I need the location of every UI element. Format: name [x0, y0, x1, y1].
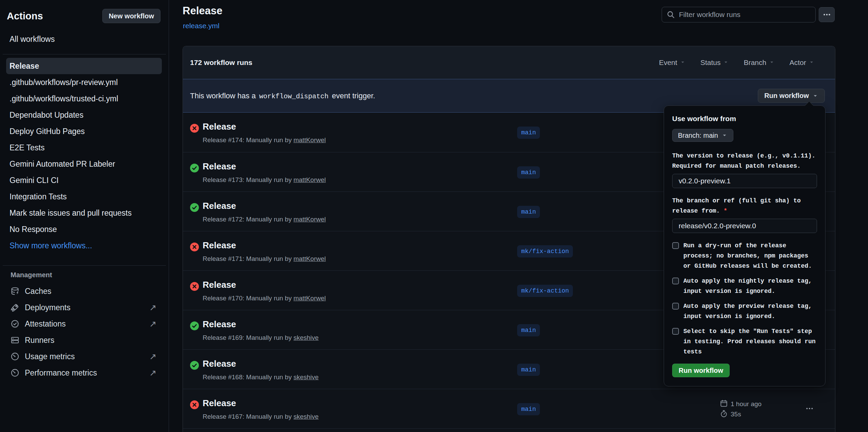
branch-badge[interactable]: main — [517, 166, 540, 179]
run-time: 1 hour ago — [731, 400, 762, 408]
actor-link[interactable]: skeshive — [293, 413, 319, 420]
management-item-label: Deployments — [25, 303, 70, 312]
actor-link[interactable]: mattKorwel — [293, 136, 326, 144]
external-link-icon: ↗ — [149, 352, 156, 362]
run-name-link[interactable]: Release — [203, 398, 236, 409]
meter-icon — [11, 352, 19, 361]
sidebar-item-usage-metrics[interactable]: Usage metrics↗ — [0, 348, 169, 365]
version-field-label: The version to release (e.g., v0.1.11). … — [672, 151, 817, 171]
branch-badge[interactable]: main — [517, 403, 540, 415]
checkbox-label: Run a dry-run of the release process; no… — [683, 240, 817, 271]
dialog-option-row: Select to skip the "Run Tests" step in t… — [672, 326, 817, 357]
checkbox[interactable] — [672, 278, 679, 284]
sidebar-item-runners[interactable]: Runners — [0, 332, 169, 348]
sidebar-item-github-workflows-pr-review-yml[interactable]: .github/workflows/pr-review.yml — [6, 74, 162, 90]
run-duration: 35s — [731, 411, 741, 418]
run-filters: EventStatusBranchActor — [659, 59, 814, 67]
actions-title: Actions — [7, 11, 43, 22]
checkbox-label: Auto apply the preview release tag, inpu… — [683, 301, 817, 321]
sidebar-item-mark-stale-issues-and-pull-requests[interactable]: Mark stale issues and pull requests — [6, 205, 162, 221]
workflow-file-link[interactable]: release.yml — [183, 22, 219, 30]
run-name-link[interactable]: Release — [203, 240, 236, 251]
filter-event-dropdown[interactable]: Event — [659, 59, 685, 67]
ref-input[interactable] — [672, 219, 817, 233]
sidebar-item-caches[interactable]: Caches — [0, 283, 169, 299]
sidebar-item-deployments[interactable]: Deployments↗ — [0, 299, 169, 316]
sidebar-item-github-workflows-trusted-ci-yml[interactable]: .github/workflows/trusted-ci.yml — [6, 90, 162, 107]
actor-link[interactable]: mattKorwel — [293, 255, 326, 262]
run-description: Release #170: Manually run by mattKorwel — [203, 295, 326, 302]
actor-link[interactable]: skeshive — [293, 334, 319, 341]
run-name-link[interactable]: Release — [203, 359, 236, 369]
run-options-button[interactable] — [804, 403, 815, 414]
workflow-run-row[interactable] — [183, 428, 835, 432]
branch-badge[interactable]: mk/fix-action — [517, 245, 573, 257]
sidebar-item-no-response[interactable]: No Response — [6, 221, 162, 237]
sidebar-item-release[interactable]: Release — [6, 58, 162, 74]
branch-badge[interactable]: main — [517, 206, 540, 218]
sidebar-item-deploy-github-pages[interactable]: Deploy GitHub Pages — [6, 123, 162, 139]
failure-icon — [190, 243, 199, 251]
actor-link[interactable]: mattKorwel — [293, 176, 326, 183]
sidebar-item-integration-tests[interactable]: Integration Tests — [6, 188, 162, 205]
management-item-label: Attestations — [25, 319, 66, 329]
filter-workflow-runs-input[interactable] — [679, 11, 811, 19]
run-name-link[interactable]: Release — [203, 280, 236, 290]
run-name-link[interactable]: Release — [203, 161, 236, 172]
run-description: Release #174: Manually run by mattKorwel — [203, 136, 326, 144]
run-workflow-dropdown-button[interactable]: Run workflow — [758, 89, 825, 103]
branch-badge[interactable]: main — [517, 364, 540, 376]
run-name-link[interactable]: Release — [203, 121, 236, 132]
branch-select-button[interactable]: Branch: main — [672, 129, 733, 142]
sidebar-item-e2e-tests[interactable]: E2E Tests — [6, 139, 162, 156]
workflow-list: Release.github/workflows/pr-review.yml.g… — [6, 58, 162, 254]
run-description: Release #172: Manually run by mattKorwel — [203, 216, 326, 223]
branch-badge[interactable]: main — [517, 324, 540, 336]
failure-icon — [190, 124, 199, 133]
sidebar-item-gemini-automated-pr-labeler[interactable]: Gemini Automated PR Labeler — [6, 156, 162, 172]
run-workflow-submit-button[interactable]: Run workflow — [672, 364, 730, 377]
sidebar-item-performance-metrics[interactable]: Performance metrics↗ — [0, 365, 169, 381]
external-link-icon: ↗ — [149, 368, 156, 378]
dialog-checkboxes: Run a dry-run of the release process; no… — [672, 240, 817, 357]
management-item-label: Usage metrics — [25, 352, 75, 361]
checkbox-label: Select to skip the "Run Tests" step in t… — [683, 326, 817, 357]
checkbox[interactable] — [672, 303, 679, 310]
checkbox[interactable] — [672, 328, 679, 335]
filter-label: Status — [700, 59, 721, 67]
dialog-option-row: Auto apply the preview release tag, inpu… — [672, 301, 817, 321]
sidebar-item-gemini-cli-ci[interactable]: Gemini CLI CI — [6, 172, 162, 188]
filter-workflow-runs-box[interactable] — [662, 7, 816, 22]
version-input[interactable] — [672, 174, 817, 188]
branch-badge[interactable]: main — [517, 127, 540, 139]
filter-label: Actor — [789, 59, 806, 67]
actor-link[interactable]: skeshive — [293, 373, 319, 381]
filter-branch-dropdown[interactable]: Branch — [744, 59, 775, 67]
checkbox[interactable] — [672, 242, 679, 249]
actor-link[interactable]: mattKorwel — [293, 295, 326, 302]
actor-link[interactable]: mattKorwel — [293, 216, 326, 223]
sidebar-item-all-workflows[interactable]: All workflows — [10, 35, 162, 44]
workflow-options-button[interactable] — [819, 7, 835, 22]
required-marker: * — [724, 207, 727, 214]
branch-badge[interactable]: mk/fix-action — [517, 285, 573, 297]
run-name-link[interactable]: Release — [203, 201, 236, 211]
success-icon — [190, 164, 199, 172]
run-name-link[interactable]: Release — [203, 319, 236, 330]
new-workflow-button[interactable]: New workflow — [102, 9, 160, 23]
caret-down-icon — [809, 59, 814, 67]
ref-field-label: The branch or ref (full git sha) to rele… — [672, 196, 817, 216]
management-item-label: Caches — [25, 287, 51, 296]
management-header: Management — [11, 271, 169, 279]
run-description: Release #169: Manually run by skeshive — [203, 334, 319, 342]
search-icon — [667, 11, 675, 19]
filter-actor-dropdown[interactable]: Actor — [789, 59, 814, 67]
show-more-workflows-link[interactable]: Show more workflows... — [6, 237, 162, 254]
sidebar-item-attestations[interactable]: Attestations↗ — [0, 316, 169, 332]
filter-status-dropdown[interactable]: Status — [700, 59, 729, 67]
sidebar-item-dependabot-updates[interactable]: Dependabot Updates — [6, 107, 162, 123]
failure-icon — [190, 400, 199, 409]
workflow-run-row[interactable]: ReleaseRelease #167: Manually run by ske… — [183, 389, 835, 428]
run-workflow-dialog: Use workflow from Branch: main The versi… — [664, 105, 826, 386]
runs-list-header: 172 workflow runs EventStatusBranchActor — [183, 46, 835, 79]
